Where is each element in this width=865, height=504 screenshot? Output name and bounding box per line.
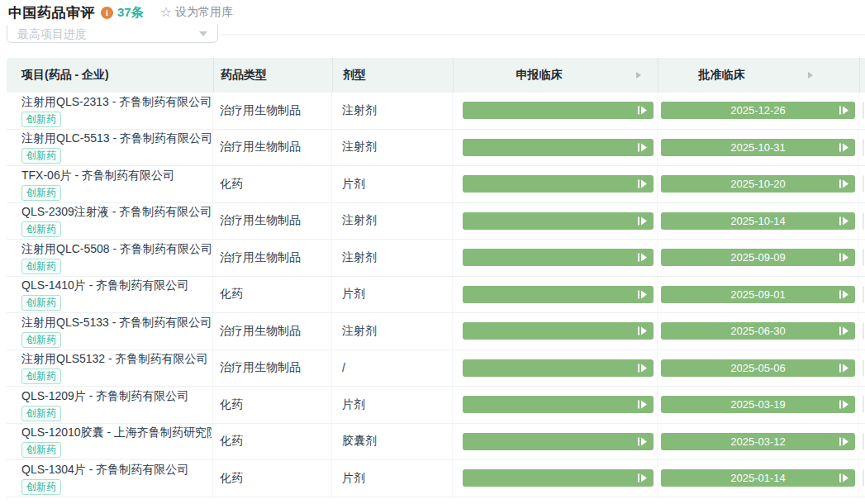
declare-clinical-cell [452, 166, 657, 202]
table-row[interactable]: TFX-06片 - 齐鲁制药有限公司 创新药 化药 片剂 2025-10-20 [7, 166, 865, 203]
approve-clinical-bar[interactable]: 2025-03-19 [661, 396, 855, 413]
dosage-form-cell: / [331, 350, 452, 387]
star-icon: ☆ [160, 6, 172, 19]
clipped-next-stage-bar[interactable] [863, 433, 864, 450]
approve-clinical-date: 2025-10-14 [730, 215, 786, 227]
clipped-next-stage-bar[interactable] [863, 359, 864, 377]
declare-clinical-cell [452, 313, 657, 349]
clipped-next-stage-cell [858, 166, 864, 202]
dosage-form-cell: 胶囊剂 [331, 424, 452, 460]
column-header-label: 申报临床 [516, 68, 563, 83]
innovation-drug-badge: 创新药 [21, 185, 61, 201]
table-row[interactable]: QLS-1209片 - 齐鲁制药有限公司 创新药 化药 片剂 2025-03-1… [7, 387, 865, 424]
approve-clinical-bar[interactable]: 2025-10-20 [661, 175, 855, 193]
innovation-drug-badge: 创新药 [21, 148, 61, 164]
innovation-drug-badge: 创新药 [21, 112, 61, 127]
innovation-drug-badge: 创新药 [21, 295, 61, 311]
declare-clinical-cell [452, 350, 657, 387]
project-cell: 注射用QLS-5133 - 齐鲁制药有限公司 创新药 [7, 313, 213, 349]
step-forward-icon [839, 253, 848, 262]
step-forward-icon [638, 400, 647, 409]
approve-clinical-bar[interactable]: 2025-10-14 [661, 212, 855, 230]
innovation-drug-badge: 创新药 [21, 368, 61, 384]
expand-right-icon[interactable] [636, 72, 641, 78]
info-icon[interactable]: i [101, 7, 113, 19]
table-row[interactable]: 注射用QLC-5513 - 齐鲁制药有限公司 创新药 治疗用生物制品 注射剂 2… [7, 130, 865, 167]
project-cell: 注射用QLC-5508 - 齐鲁制药有限公司 创新药 [7, 240, 213, 276]
approve-clinical-bar[interactable]: 2025-09-09 [661, 249, 855, 266]
approve-clinical-bar[interactable]: 2025-01-14 [661, 469, 855, 487]
approve-clinical-bar[interactable]: 2025-03-12 [661, 433, 855, 450]
toolbar-divider [221, 34, 865, 36]
progress-filter-select[interactable]: 最高项目进度 [7, 25, 218, 43]
declare-clinical-bar[interactable] [463, 286, 654, 303]
declare-clinical-bar[interactable] [463, 139, 654, 156]
column-header-label: 药品类型 [221, 68, 267, 83]
declare-clinical-bar[interactable] [463, 212, 654, 230]
declare-clinical-bar[interactable] [463, 322, 654, 340]
clipped-next-stage-bar[interactable] [863, 286, 864, 303]
step-forward-icon [839, 290, 848, 299]
project-cell: QLS-2309注射液 - 齐鲁制药有限公司 创新药 [7, 203, 213, 240]
approve-clinical-bar[interactable]: 2025-10-31 [661, 139, 855, 156]
table-row[interactable]: 注射用QLS5132 - 齐鲁制药有限公司 创新药 治疗用生物制品 / 2025… [7, 350, 865, 388]
project-cell: TFX-06片 - 齐鲁制药有限公司 创新药 [7, 166, 213, 202]
clipped-next-stage-bar[interactable] [863, 249, 864, 266]
declare-clinical-bar[interactable] [463, 175, 654, 193]
declare-clinical-cell [452, 203, 657, 240]
table-row[interactable]: 注射用QLC-5508 - 齐鲁制药有限公司 创新药 治疗用生物制品 注射剂 2… [7, 240, 865, 277]
dosage-form-cell: 注射剂 [331, 93, 452, 129]
table-row[interactable]: 注射用QLS-5133 - 齐鲁制药有限公司 创新药 治疗用生物制品 注射剂 2… [7, 313, 865, 350]
clipped-next-stage-bar[interactable] [863, 175, 864, 193]
approve-clinical-cell: 2025-10-20 [657, 166, 858, 202]
set-favorite-label: 设为常用库 [175, 5, 233, 20]
table-row[interactable]: 注射用QLS-2313 - 齐鲁制药有限公司 创新药 治疗用生物制品 注射剂 2… [7, 93, 865, 130]
table-row[interactable]: QLS-12010胶囊 - 上海齐鲁制药研究院 创新药 化药 胶囊剂 2025-… [7, 424, 865, 461]
declare-clinical-bar[interactable] [463, 249, 654, 266]
clipped-next-stage-bar[interactable] [863, 396, 864, 413]
column-header-drug-type: 药品类型 [213, 58, 332, 93]
project-cell: 注射用QLS5132 - 齐鲁制药有限公司 创新药 [7, 350, 213, 387]
clipped-next-stage-bar[interactable] [863, 212, 864, 230]
approve-clinical-date: 2025-01-14 [730, 472, 786, 484]
clipped-next-stage-bar[interactable] [863, 139, 864, 156]
drug-type-cell: 治疗用生物制品 [212, 240, 331, 276]
declare-clinical-bar[interactable] [463, 396, 654, 413]
project-cell: 注射用QLC-5513 - 齐鲁制药有限公司 创新药 [7, 130, 213, 166]
column-header-dosage-form: 剂型 [332, 58, 453, 93]
declare-clinical-bar[interactable] [463, 102, 654, 119]
declare-clinical-bar[interactable] [463, 359, 654, 377]
project-name: QLS-1410片 - 齐鲁制药有限公司 [21, 278, 188, 292]
declare-clinical-bar[interactable] [463, 433, 654, 450]
step-forward-icon [839, 179, 848, 188]
approve-clinical-cell: 2025-10-14 [657, 203, 858, 240]
step-forward-icon [839, 143, 848, 152]
step-forward-icon [839, 364, 848, 373]
approve-clinical-bar[interactable]: 2025-12-26 [661, 102, 855, 119]
project-name: 注射用QLC-5508 - 齐鲁制药有限公司 [21, 241, 211, 256]
column-header-clipped-next [859, 58, 865, 93]
clipped-next-stage-bar[interactable] [863, 102, 864, 119]
approve-clinical-bar[interactable]: 2025-05-06 [661, 359, 855, 377]
step-forward-icon [638, 106, 647, 115]
declare-clinical-cell [452, 93, 657, 129]
table-row[interactable]: QLS-1410片 - 齐鲁制药有限公司 创新药 化药 片剂 2025-09-0… [7, 277, 865, 314]
approve-clinical-date: 2025-12-26 [730, 104, 786, 116]
project-name: 注射用QLS5132 - 齐鲁制药有限公司 [21, 351, 208, 366]
dosage-form-cell: 片剂 [331, 277, 452, 313]
innovation-drug-badge: 创新药 [21, 479, 61, 495]
innovation-drug-badge: 创新药 [21, 332, 61, 348]
clipped-next-stage-bar[interactable] [863, 322, 864, 340]
set-favorite-button[interactable]: ☆ 设为常用库 [160, 5, 233, 20]
expand-right-icon[interactable] [808, 72, 813, 78]
approve-clinical-bar[interactable]: 2025-09-01 [661, 286, 855, 303]
declare-clinical-bar[interactable] [463, 469, 654, 487]
clipped-next-stage-bar[interactable] [863, 469, 864, 487]
drug-type-cell: 化药 [212, 277, 331, 313]
dosage-form-cell: 注射剂 [331, 240, 452, 276]
table-row[interactable]: QLS-2309注射液 - 齐鲁制药有限公司 创新药 治疗用生物制品 注射剂 2… [7, 203, 865, 240]
approve-clinical-bar[interactable]: 2025-06-30 [661, 322, 855, 340]
table-row[interactable]: QLS-1304片 - 齐鲁制药有限公司 创新药 化药 片剂 2025-01-1… [7, 460, 865, 497]
step-forward-icon [839, 437, 848, 446]
drug-type-cell: 化药 [212, 166, 331, 202]
